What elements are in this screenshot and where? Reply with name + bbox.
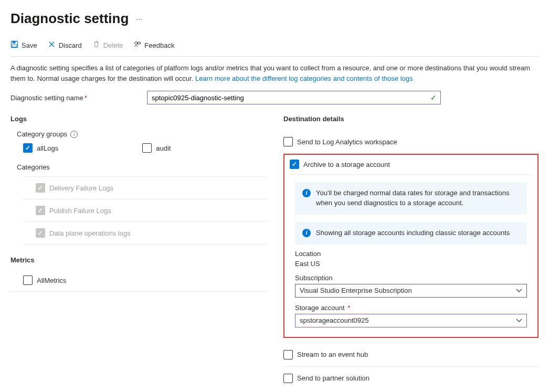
more-menu-icon[interactable]: ··· bbox=[136, 15, 142, 23]
logs-heading: Logs bbox=[10, 115, 268, 123]
discard-button[interactable]: Discard bbox=[48, 40, 82, 50]
audit-label: audit bbox=[156, 144, 171, 152]
description-text: A diagnostic setting specifies a list of… bbox=[10, 63, 539, 83]
learn-more-link[interactable]: Learn more about the different log categ… bbox=[195, 75, 413, 82]
svg-rect-2 bbox=[12, 45, 16, 47]
discard-icon bbox=[48, 40, 56, 50]
category-label-1: Publish Failure Logs bbox=[49, 207, 111, 215]
allmetrics-label: AllMetrics bbox=[37, 277, 66, 284]
audit-checkbox[interactable] bbox=[142, 143, 152, 153]
info-icon: i bbox=[302, 189, 311, 197]
location-label: Location bbox=[295, 250, 527, 258]
alllogs-label: allLogs bbox=[37, 144, 58, 152]
category-checkbox-0 bbox=[36, 183, 45, 193]
delete-button: Delete bbox=[92, 40, 123, 50]
allmetrics-checkbox[interactable] bbox=[23, 276, 33, 285]
svg-point-3 bbox=[135, 42, 138, 45]
archive-label: Archive to a storage account bbox=[303, 161, 390, 168]
discard-label: Discard bbox=[59, 41, 82, 49]
subscription-label: Subscription bbox=[295, 274, 527, 282]
feedback-label: Feedback bbox=[144, 41, 174, 49]
chevron-down-icon bbox=[516, 319, 522, 323]
svg-rect-1 bbox=[13, 41, 16, 44]
partner-checkbox[interactable] bbox=[283, 374, 293, 383]
storage-account-label: Storage account * bbox=[295, 304, 527, 312]
eventhub-checkbox[interactable] bbox=[283, 350, 293, 359]
category-checkbox-1 bbox=[36, 206, 45, 215]
archive-info-banner-2: i Showing all storage accounts including… bbox=[295, 222, 527, 245]
save-label: Save bbox=[22, 41, 37, 49]
metrics-heading: Metrics bbox=[10, 256, 268, 264]
log-analytics-label: Send to Log Analytics workspace bbox=[297, 138, 397, 146]
archive-info-banner-1: i You'll be charged normal data rates fo… bbox=[295, 182, 527, 215]
page-title: Diagnostic setting bbox=[10, 10, 129, 27]
log-analytics-checkbox[interactable] bbox=[283, 137, 293, 146]
feedback-button[interactable]: Feedback bbox=[133, 40, 174, 50]
valid-checkmark-icon: ✓ bbox=[430, 93, 437, 102]
category-label-0: Delivery Failure Logs bbox=[49, 184, 113, 192]
subscription-dropdown[interactable]: Visual Studio Enterprise Subscription bbox=[295, 284, 527, 298]
archive-checkbox[interactable] bbox=[290, 160, 299, 169]
setting-name-label: Diagnostic setting name* bbox=[10, 94, 142, 102]
partner-label: Send to partner solution bbox=[297, 374, 369, 382]
archive-highlight-box: Archive to a storage account i You'll be… bbox=[283, 154, 539, 338]
category-label-2: Data plane operations logs bbox=[49, 229, 131, 237]
eventhub-label: Stream to an event hub bbox=[297, 351, 368, 358]
location-value: East US bbox=[295, 260, 527, 268]
category-checkbox-2 bbox=[36, 228, 45, 238]
delete-label: Delete bbox=[103, 41, 123, 49]
delete-icon bbox=[92, 40, 100, 50]
categories-label: Categories bbox=[17, 163, 268, 171]
info-icon: i bbox=[302, 229, 311, 237]
save-button[interactable]: Save bbox=[10, 40, 37, 50]
setting-name-input[interactable] bbox=[147, 91, 441, 104]
category-groups-label: Category groups bbox=[17, 130, 67, 138]
feedback-icon bbox=[133, 40, 141, 50]
chevron-down-icon bbox=[516, 289, 522, 293]
info-icon[interactable]: i bbox=[70, 131, 78, 138]
destination-heading: Destination details bbox=[283, 115, 539, 123]
storage-account-dropdown[interactable]: spstorageaccount0925 bbox=[295, 314, 527, 327]
save-icon bbox=[10, 40, 18, 50]
alllogs-checkbox[interactable] bbox=[23, 143, 33, 153]
